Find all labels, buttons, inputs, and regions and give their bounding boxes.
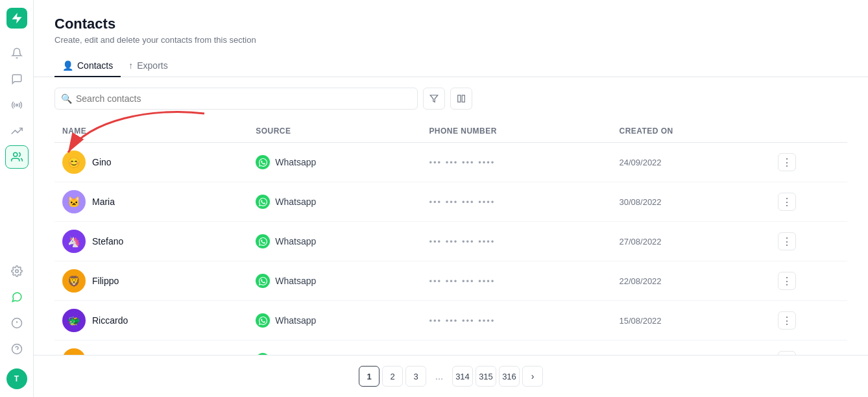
contact-avatar: 🐱	[62, 190, 86, 213]
col-header-source: Source	[248, 120, 421, 143]
sidebar-icon-whatsapp[interactable]	[5, 285, 29, 309]
contact-phone-cell: ••• ••• ••• ••••	[421, 301, 611, 341]
contact-phone-cell: ••• ••• ••• ••••	[421, 143, 611, 182]
filter-button[interactable]	[423, 88, 445, 110]
page-btn-3[interactable]: 3	[405, 366, 426, 387]
contact-phone: ••• ••• ••• ••••	[429, 276, 495, 286]
contact-source-label: Whatsapp	[275, 236, 316, 247]
tabs: 👤 Contacts ↑ Exports	[34, 45, 868, 77]
contact-phone: ••• ••• ••• ••••	[429, 197, 495, 207]
page-btn-2[interactable]: 2	[382, 366, 403, 387]
svg-rect-10	[462, 95, 464, 102]
sidebar-icon-contacts[interactable]	[5, 145, 29, 169]
whatsapp-source-icon	[256, 274, 270, 288]
sidebar-icon-broadcast[interactable]	[5, 93, 29, 117]
columns-button[interactable]	[450, 88, 472, 110]
contact-created-date: 22/08/2022	[620, 276, 662, 286]
whatsapp-source-icon	[256, 313, 270, 328]
toolbar: 🔍	[34, 77, 868, 120]
app-logo[interactable]	[6, 8, 27, 29]
contact-source-cell: Whatsapp	[248, 261, 421, 301]
contact-phone: ••• ••• ••• ••••	[429, 316, 495, 326]
contact-name: Maria	[92, 197, 115, 207]
table-row: 🦅 Tommaso Whatsapp ••••••••• 15/08/2022 …	[54, 341, 847, 355]
col-header-actions	[770, 120, 847, 143]
contact-source-cell: Whatsapp	[248, 222, 421, 261]
contact-phone-cell: ••• ••• ••• ••••	[421, 182, 611, 222]
svg-point-2	[15, 270, 18, 273]
sidebar-icon-help[interactable]	[5, 337, 29, 361]
sidebar-icon-chat[interactable]	[5, 67, 29, 91]
svg-marker-8	[430, 95, 438, 102]
col-header-phone: Phone Number	[421, 120, 611, 143]
contact-name-cell: 🦅 Tommaso	[54, 341, 248, 355]
page-btn-316[interactable]: 316	[499, 366, 520, 387]
page-next-button[interactable]: ›	[522, 366, 543, 387]
contact-avatar: 🐲	[62, 309, 86, 332]
contact-phone: ••• ••• ••• ••••	[429, 237, 495, 247]
search-icon: 🔍	[61, 93, 72, 104]
page-subtitle: Create, edit and delete your contacts fr…	[54, 35, 847, 45]
contact-more-button[interactable]: ⋮	[778, 232, 796, 250]
contact-more-button[interactable]: ⋮	[778, 153, 796, 171]
page-header: Contacts Create, edit and delete your co…	[34, 0, 868, 45]
exports-tab-icon: ↑	[128, 60, 133, 71]
contact-created-cell: 15/08/2022	[612, 301, 771, 341]
sidebar-icon-notifications[interactable]	[5, 42, 29, 65]
search-input[interactable]	[54, 88, 418, 110]
contact-name-cell: 🐲 Riccardo	[54, 301, 248, 341]
contact-actions-cell: ⋮	[770, 222, 847, 261]
main-content: Contacts Create, edit and delete your co…	[34, 0, 868, 397]
sidebar: T	[0, 0, 34, 397]
contact-created-date: 15/08/2022	[620, 316, 662, 326]
contact-avatar: 🦅	[62, 348, 86, 355]
sidebar-icon-analytics[interactable]	[5, 119, 29, 143]
contact-phone-cell: ••• ••• ••• ••••	[421, 261, 611, 301]
sidebar-bottom: T	[5, 259, 29, 389]
contact-created-date: 30/08/2022	[620, 197, 662, 207]
contact-source-cell: Whatsapp	[248, 341, 421, 355]
contact-name-cell: 🦄 Stefano	[54, 222, 248, 261]
svg-point-1	[13, 152, 17, 156]
svg-rect-9	[458, 95, 461, 102]
contact-phone-cell: ••• ••• ••• ••••	[421, 222, 611, 261]
sidebar-icon-alerts[interactable]	[5, 311, 29, 335]
page-dots: …	[429, 366, 450, 387]
contact-actions-cell: ⋮	[770, 143, 847, 182]
svg-point-0	[16, 104, 18, 106]
contact-avatar: 😊	[62, 150, 86, 174]
contact-actions-cell: ⋮	[770, 341, 847, 355]
contact-actions-cell: ⋮	[770, 182, 847, 222]
contact-phone: ••• ••• ••• ••••	[429, 158, 495, 167]
contact-created-date: 27/08/2022	[620, 237, 662, 247]
page-btn-1[interactable]: 1	[359, 366, 380, 387]
sidebar-icon-settings[interactable]	[5, 259, 29, 283]
tab-contacts[interactable]: 👤 Contacts	[54, 55, 121, 77]
col-header-name: Name	[54, 120, 248, 143]
contact-created-cell: 24/09/2022	[612, 143, 771, 182]
contacts-tab-label: Contacts	[77, 60, 113, 71]
contact-name: Stefano	[92, 236, 123, 247]
whatsapp-source-icon	[256, 155, 270, 169]
contact-source-cell: Whatsapp	[248, 301, 421, 341]
contact-created-cell: 30/08/2022	[612, 182, 771, 222]
contact-more-button[interactable]: ⋮	[778, 193, 796, 211]
contact-source-cell: Whatsapp	[248, 143, 421, 182]
contact-more-button[interactable]: ⋮	[778, 272, 796, 290]
contact-name-cell: 😊 Gino	[54, 143, 248, 182]
whatsapp-source-icon	[256, 234, 270, 248]
contact-more-button[interactable]: ⋮	[778, 311, 796, 330]
table-row: 🦁 Filippo Whatsapp ••• ••• ••• •••• 22/0…	[54, 261, 847, 301]
page-btn-314[interactable]: 314	[452, 366, 473, 387]
search-container: 🔍	[54, 88, 418, 110]
contact-name: Filippo	[92, 276, 119, 286]
contact-source-label: Whatsapp	[275, 157, 316, 167]
contact-avatar: 🦄	[62, 230, 86, 253]
tab-exports[interactable]: ↑ Exports	[121, 55, 175, 77]
contact-name-cell: 🦁 Filippo	[54, 261, 248, 301]
contact-source-label: Whatsapp	[275, 276, 316, 286]
table-row: 🐲 Riccardo Whatsapp ••• ••• ••• •••• 15/…	[54, 301, 847, 341]
contact-created-date: 24/09/2022	[620, 158, 662, 167]
user-avatar[interactable]: T	[6, 368, 27, 389]
page-btn-315[interactable]: 315	[476, 366, 496, 387]
